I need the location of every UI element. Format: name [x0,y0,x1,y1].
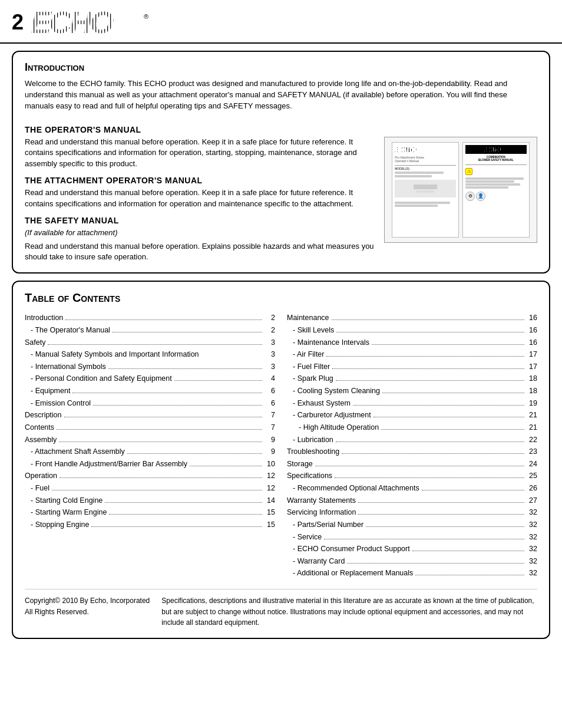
toc-footer: Copyright© 2010 By Echo, Incorporated Al… [25,589,537,628]
toc-entry-dots [336,327,524,332]
toc-entry-dots [57,424,262,430]
toc-entry: Servicing Information32 [287,506,537,519]
toc-entry-dots [48,340,262,345]
intro-image-col: ECHO Pro Attachment SeriesOperator's Man… [384,119,537,263]
toc-entry: - Starting Cold Engine14 [25,495,275,507]
toc-entry-page: 21 [527,421,537,434]
toc-entry-dots [64,413,262,418]
toc-entry-page: 2 [265,312,275,324]
toc-entry-label: - Recommended Optional Attachments [293,482,419,495]
safety-manual-subtitle: (If available for attachment) [25,228,375,239]
toc-entry: - Parts/Serial Number32 [287,519,537,531]
toc-entry-dots [347,558,524,564]
toc-entry-page: 27 [527,495,537,507]
toc-entry-page: 2 [265,324,275,337]
manual-left: ECHO Pro Attachment SeriesOperator's Man… [392,142,459,238]
manual-left-logo: ECHO [395,145,456,154]
toc-entry-label: - Fuel Filter [293,361,330,373]
toc-entry-label: - Equipment [31,385,70,397]
safety-manual-body: Read and understand this manual before o… [25,241,375,263]
svg-rect-2 [31,7,148,38]
echo-logo: ECHO ® [31,7,148,38]
manual-right: ECHO COMBINATIONBLOWER SAFETY MANUAL ⚠ [462,142,530,238]
toc-entry-dots [108,364,262,369]
echo-logo-svg: ECHO ® [31,7,148,38]
introduction-body: Welcome to the ECHO family. This ECHO pr… [25,78,537,112]
toc-entry-label: - Maintenance Intervals [293,337,369,349]
toc-entry-page: 9 [265,434,275,446]
toc-entry-dots [65,315,262,321]
toc-entry-page: 16 [527,337,537,349]
toc-entry-label: - High Altitude Operation [299,421,379,434]
toc-entry: - Fuel Filter17 [287,361,537,373]
toc-entry-page: 32 [527,543,537,555]
operators-manual-title: The Operator's Manual [25,125,375,134]
toc-entry-page: 32 [527,555,537,568]
toc-entry-label: - Emission Control [31,397,91,410]
toc-entry-page: 17 [527,361,537,373]
manual-right-divider [465,164,527,165]
toc-copyright: Copyright© 2010 By Echo, Incorporated Al… [25,595,150,628]
toc-entry-page: 9 [265,446,275,458]
intro-text-col: The Operator's Manual Read and understan… [25,119,375,263]
toc-entry-label: - Carburetor Adjustment [293,409,371,421]
toc-section: Table of Contents Introduction2- The Ope… [12,281,550,639]
toc-entry-page: 21 [527,409,537,421]
toc-entry-dots [332,364,524,369]
attachment-manual-title: The Attachment Operator's Manual [25,176,375,185]
toc-entry-label: - Warranty Card [293,555,345,568]
toc-entry-page: 12 [265,482,275,495]
toc-entry-dots [412,546,524,551]
toc-entry-label: - Skill Levels [293,324,334,337]
toc-entry: Contents7 [25,421,275,434]
introduction-section: Introduction Welcome to the ECHO family.… [12,51,550,274]
toc-entry: - Warranty Card32 [287,555,537,568]
manual-left-line1 [395,172,444,174]
toc-entry-label: - Attachment Shaft Assembly [31,446,125,458]
toc-entry: Storage24 [287,458,537,470]
toc-entry-label: Description [25,409,62,421]
toc-entry-page: 6 [265,397,275,410]
toc-entry-page: 32 [527,567,537,579]
toc-entry: - The Operator's Manual2 [25,324,275,337]
operators-manual-body: Read and understand this manual before o… [25,137,375,170]
manual-left-box [395,180,456,197]
toc-entry-dots [372,340,524,345]
safety-manual-title: The Safety Manual [25,216,375,225]
toc-entry-page: 3 [265,348,275,361]
toc-entry-label: Troubleshooting [287,446,339,458]
toc-entry-dots [353,400,524,406]
toc-entry: - Starting Warm Engine15 [25,506,275,519]
toc-entry: Introduction2 [25,312,275,324]
toc-entry: - Exhaust System19 [287,397,537,410]
toc-entry-dots [52,485,262,490]
toc-title: Table of Contents [25,291,537,305]
toc-entry-dots [422,485,524,490]
toc-entry: Safety3 [25,337,275,349]
toc-entry-dots [93,400,262,406]
toc-entry: - Carburetor Adjustment21 [287,409,537,421]
manual-left-model: MODEL(S): [395,167,456,170]
toc-entry-page: 6 [265,385,275,397]
operators-manual-subsection: The Operator's Manual Read and understan… [25,125,375,170]
toc-entry-label: - ECHO Consumer Product Support [293,543,410,555]
toc-entry: Assembly9 [25,434,275,446]
manual-right-body [465,177,527,189]
toc-entry-dots [127,449,262,454]
toc-entry-page: 24 [527,458,537,470]
safety-manual-subsection: The Safety Manual (If available for atta… [25,216,375,263]
toc-entry-label: - Additional or Replacement Manuals [293,567,413,579]
toc-entry-page: 4 [265,373,275,385]
toc-entry-label: Operation [25,470,57,482]
toc-entry: Warranty Statements27 [287,495,537,507]
toc-entry-label: Storage [287,458,313,470]
toc-entry-label: - Service [293,531,322,543]
toc-entry-page: 10 [265,458,275,470]
toc-entry-page: 26 [527,482,537,495]
toc-entry-page: 12 [265,470,275,482]
toc-entry: - Spark Plug18 [287,373,537,385]
manual-left-subtitle: Pro Attachment SeriesOperator's Manual [395,156,456,163]
toc-entry-dots [336,437,524,442]
toc-entry: - Air Filter17 [287,348,537,361]
toc-entry: - Recommended Optional Attachments26 [287,482,537,495]
